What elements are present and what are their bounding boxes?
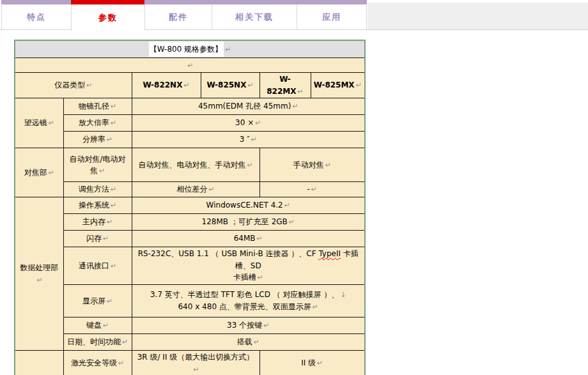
tab-label: 相关下载 (235, 11, 274, 23)
return-mark: ↵ (247, 161, 252, 169)
spec-row-label: 键盘↵ (63, 317, 132, 333)
return-mark: ↵ (122, 338, 128, 346)
return-mark: ↵ (311, 185, 317, 194)
return-mark: ↵ (187, 61, 193, 70)
return-mark: ↵ (111, 102, 116, 111)
spec-row-label: 调焦方法↵ (63, 182, 132, 197)
spec-row-label: 操作系统↵ (63, 197, 132, 214)
empty-row-cell: ↵ (15, 58, 365, 73)
return-mark: ↵ (247, 81, 253, 89)
return-mark: ↵ (118, 359, 124, 367)
return-mark: ↵ (111, 185, 116, 194)
tab-top-bar (1, 0, 71, 4)
return-mark: ↵ (103, 234, 109, 243)
tab-label: 参数 (98, 12, 118, 24)
return-mark: ↵ (255, 119, 261, 127)
spec-row-value: 3 ″↵ (132, 132, 365, 148)
model-name-2: W-825NX↵ (201, 73, 259, 98)
spec-row-label: 主内存↵ (63, 214, 132, 231)
return-mark: ↵ (193, 365, 199, 374)
tab-parameters[interactable]: 参数 (71, 0, 144, 31)
tab-top-bar (212, 0, 297, 4)
return-mark: ↵ (208, 185, 214, 194)
tab-top-bar-active (71, 0, 144, 4)
return-mark: ↵ (356, 81, 362, 89)
return-mark: ↵ (298, 88, 304, 96)
spec-row-value: RS-232C、USB 1.1 （ USB Mini-B 连接器 ）、CF Ty… (132, 247, 365, 285)
return-mark: ↵ (263, 321, 269, 330)
spec-row-label: 激光安全等级↵ (63, 350, 132, 375)
tab-applications[interactable]: 应用 (297, 0, 367, 31)
return-mark: ↵ (317, 359, 323, 367)
spec-row-value-left: 自动对焦、电动对焦、手动对焦↵ (132, 148, 259, 182)
tab-top-bar (144, 0, 212, 4)
spec-row-value: 30 ×↵ (132, 115, 365, 132)
return-mark: ↵ (111, 119, 116, 127)
return-mark: ↵ (254, 338, 259, 346)
return-mark: ↵ (251, 135, 257, 144)
tab-bar: 特点 参数 配件 相关下载 应用 (0, 0, 588, 31)
spec-row-label: 放大倍率↵ (63, 115, 132, 132)
linebreak-mark: ↓ (340, 291, 346, 299)
spec-row-label: 显示屏↵ (63, 284, 132, 317)
return-mark: ↵ (313, 303, 318, 311)
model-name-4: W-825MX↵ (311, 73, 365, 98)
return-mark: ↵ (107, 297, 112, 305)
spec-row-label: 日期、时间功能↵ (63, 333, 132, 350)
tab-label: 特点 (27, 11, 46, 23)
return-mark: ↵ (111, 262, 116, 270)
spec-row-value: 45mm(EDM 孔径 45mm)↵ (132, 98, 365, 115)
return-mark: ↵ (37, 276, 43, 284)
spec-row-label: 自动对焦/电动对焦↵ (63, 148, 132, 182)
product-spec-page: 特点 参数 配件 相关下载 应用 (0, 0, 588, 375)
tab-features[interactable]: 特点 (1, 0, 71, 31)
return-mark: ↵ (258, 273, 263, 282)
model-name-3: W-822MX↵ (259, 73, 311, 98)
spec-table-container: 【W-800 规格参数】↵ ↵ 仪器类型↵ W-822NX↵ W-825NX↵ … (14, 40, 366, 375)
return-mark: ↵ (111, 201, 116, 210)
spec-row-label: 物镜孔径↵ (63, 98, 132, 115)
return-mark: ↵ (183, 81, 189, 89)
return-mark: ↵ (292, 102, 298, 111)
spec-row-value-right: -↵ (259, 182, 365, 197)
tab-accessories[interactable]: 配件 (144, 0, 212, 31)
return-mark: ↵ (49, 119, 54, 127)
tab-strip: 特点 参数 配件 相关下载 应用 (1, 0, 367, 31)
model-name-1: W-822NX↵ (132, 73, 201, 98)
return-mark: ↵ (289, 218, 295, 226)
return-mark: ↵ (49, 169, 54, 177)
spec-row-value: 3.7 英寸、半透过型 TFT 彩色 LCD （ 对应触摸屏 ）、↓640 x … (132, 284, 365, 317)
return-mark: ↵ (257, 234, 263, 243)
section-label-edm (15, 350, 63, 375)
spec-row-label: 分辨率↵ (63, 132, 132, 148)
return-mark: ↵ (284, 201, 290, 210)
tab-label: 配件 (169, 11, 188, 23)
tab-bar-filler (368, 3, 588, 29)
tab-top-bar (297, 0, 367, 4)
spec-row-value-right: II 级↵ (259, 350, 365, 375)
spec-row-value: 搭载↵ (132, 333, 365, 350)
instrument-type-label: 仪器类型↵ (15, 73, 132, 98)
spec-row-value: 128MB ；可扩充至 2GB↵ (132, 214, 365, 231)
spec-row-value: WindowsCE.NET 4.2↵ (132, 197, 365, 214)
spellcheck-wavy-word: TypeII (318, 249, 341, 258)
section-label-telescope: 望远镜↵ (15, 98, 63, 148)
spec-row-value: 33 个按键↵ (132, 317, 365, 333)
spec-row-value-right: 手动对焦↵ (259, 148, 365, 182)
table-title-cell: 【W-800 规格参数】↵ (15, 40, 365, 58)
return-mark: ↵ (86, 81, 92, 89)
return-mark: ↵ (103, 321, 109, 330)
return-mark: ↵ (99, 167, 105, 175)
section-label-focus: 对焦部↵ (15, 148, 63, 197)
spec-row-label: 闪存↵ (63, 231, 132, 247)
section-label-data-processing: 数据处理部↵ (15, 197, 63, 351)
return-mark: ↵ (325, 161, 331, 169)
tab-label: 应用 (322, 11, 341, 23)
return-mark: ↵ (107, 135, 112, 144)
return-mark: ↵ (107, 218, 112, 226)
tab-downloads[interactable]: 相关下载 (212, 0, 297, 31)
spec-table: 【W-800 规格参数】↵ ↵ 仪器类型↵ W-822NX↵ W-825NX↵ … (14, 40, 366, 375)
return-mark: ↵ (225, 45, 231, 54)
spec-row-value-left: 3R 级/ II 级（最大输出切换方式）↵ (132, 350, 259, 375)
spec-row-value: 64MB↵ (132, 231, 365, 247)
